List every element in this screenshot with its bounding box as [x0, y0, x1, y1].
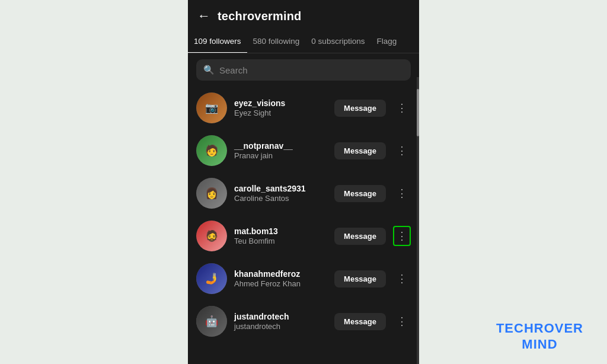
- search-container: 🔍 Search: [188, 53, 419, 87]
- message-button[interactable]: Message: [334, 228, 386, 245]
- search-bar[interactable]: 🔍 Search: [196, 59, 411, 81]
- avatar-image: 🧑: [196, 135, 227, 166]
- follower-username: carolle_sants2931: [234, 184, 327, 193]
- message-button[interactable]: Message: [334, 185, 386, 202]
- avatar-image: 🤳: [196, 263, 227, 294]
- page-title: techrovermind: [218, 9, 302, 23]
- avatar: 📷: [196, 92, 227, 123]
- message-button[interactable]: Message: [334, 142, 386, 159]
- follower-name: Eyez Sight: [234, 108, 327, 117]
- list-item: 🧑 __notpranav__ Pranav jain Message ⋮: [188, 129, 419, 172]
- scrollbar-thumb[interactable]: [417, 89, 419, 136]
- follower-info: khanahmedferoz Ahmed Feroz Khan: [234, 269, 327, 288]
- follower-name: justandrotech: [234, 322, 327, 331]
- follower-username: eyez_visions: [234, 98, 327, 108]
- tab-subscriptions[interactable]: 0 subscriptions: [305, 30, 370, 53]
- follower-info: eyez_visions Eyez Sight: [234, 98, 327, 117]
- tab-followers[interactable]: 109 followers: [188, 30, 247, 53]
- avatar-image: 🤖: [196, 306, 227, 337]
- follower-info: justandrotech justandrotech: [234, 312, 327, 331]
- more-options-highlighted-icon[interactable]: ⋮: [393, 226, 411, 246]
- follower-info: mat.bom13 Teu Bomfim: [234, 226, 327, 245]
- tab-flagged[interactable]: Flagg: [370, 30, 402, 53]
- follower-name: Ahmed Feroz Khan: [234, 279, 327, 288]
- phone-container: ← techrovermind 109 followers 580 follow…: [188, 0, 419, 364]
- follower-name: Caroline Santos: [234, 194, 327, 203]
- list-item: 🤳 khanahmedferoz Ahmed Feroz Khan Messag…: [188, 257, 419, 300]
- avatar: 👩: [196, 178, 227, 209]
- avatar: 🧔: [196, 221, 227, 251]
- search-icon: 🔍: [203, 65, 215, 75]
- follower-username: mat.bom13: [234, 226, 327, 236]
- list-item: 📷 eyez_visions Eyez Sight Message ⋮: [188, 87, 419, 129]
- follower-name: Teu Bomfim: [234, 237, 327, 245]
- watermark: TECHROVER MIND: [496, 321, 583, 352]
- scrollbar[interactable]: [417, 77, 419, 364]
- avatar: 🤳: [196, 263, 227, 294]
- tabs-container: 109 followers 580 following 0 subscripti…: [188, 30, 419, 53]
- follower-info: carolle_sants2931 Caroline Santos: [234, 184, 327, 203]
- message-button[interactable]: Message: [334, 270, 386, 288]
- follower-name: Pranav jain: [234, 151, 327, 160]
- more-icon[interactable]: ⋮: [393, 142, 411, 159]
- more-icon[interactable]: ⋮: [393, 184, 411, 202]
- search-placeholder: Search: [219, 65, 248, 75]
- list-item: 🤖 justandrotech justandrotech Message ⋮: [188, 300, 419, 343]
- follower-info: __notpranav__ Pranav jain: [234, 141, 327, 160]
- back-button[interactable]: ←: [197, 8, 210, 24]
- message-button[interactable]: Message: [334, 100, 386, 117]
- follower-username: __notpranav__: [234, 141, 327, 151]
- more-icon[interactable]: ⋮: [393, 270, 411, 288]
- follower-username: justandrotech: [234, 312, 327, 321]
- list-item: 👩 carolle_sants2931 Caroline Santos Mess…: [188, 172, 419, 215]
- avatar: 🤖: [196, 306, 227, 337]
- followers-list: 📷 eyez_visions Eyez Sight Message ⋮ 🧑 __…: [188, 87, 419, 364]
- more-icon[interactable]: ⋮: [393, 312, 411, 330]
- list-item: 🧔 mat.bom13 Teu Bomfim Message ⋮: [188, 215, 419, 257]
- avatar: 🧑: [196, 135, 227, 166]
- message-button[interactable]: Message: [334, 313, 386, 330]
- avatar-image: 👩: [196, 178, 227, 209]
- more-icon[interactable]: ⋮: [393, 99, 411, 117]
- follower-username: khanahmedferoz: [234, 269, 327, 279]
- avatar-image: 📷: [196, 92, 227, 123]
- avatar-image: 🧔: [196, 221, 227, 251]
- tab-following[interactable]: 580 following: [247, 30, 306, 53]
- header: ← techrovermind: [188, 0, 419, 30]
